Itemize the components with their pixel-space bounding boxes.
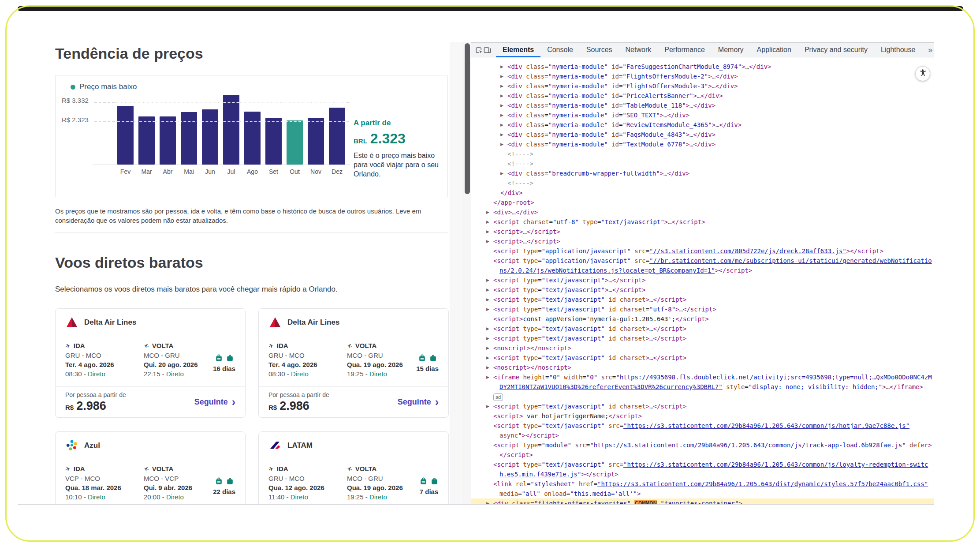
devtools-tree-row[interactable]: <script type="application/javascript" sr… (471, 256, 934, 266)
devtools-tree-row[interactable]: DY2MTI0NTZaW1VUQ10%3D%26refererEvent%3DV… (471, 382, 934, 392)
devtools-tree-row[interactable]: <!----> (471, 149, 934, 159)
devtools-tree-row[interactable]: ▶<div class="breadcrumb-wrapper-fullwidt… (471, 169, 934, 178)
expand-arrow-icon[interactable]: ▶ (486, 324, 489, 333)
inspect-element-icon[interactable] (475, 44, 483, 56)
devtools-tree-row[interactable]: ▶<div class="nymeria-module" id="FareSug… (471, 62, 934, 71)
tab-lighthouse[interactable]: Lighthouse (874, 43, 922, 57)
devtools-tree-row[interactable]: <link rel="stylesheet" href="https://s3.… (471, 479, 934, 489)
devtools-tree-row[interactable]: ▶<div class="flights-offers-favorites" C… (471, 498, 934, 504)
device-toolbar-icon[interactable] (483, 44, 492, 56)
devtools-tree-row[interactable]: ▶<script type="text/javascript">…</scrip… (471, 285, 934, 295)
devtools-tree-row[interactable]: </script> (471, 450, 934, 460)
more-tabs-icon[interactable]: » (922, 45, 934, 55)
devtools-tree-row[interactable]: ▶<script type="text/javascript" id chars… (471, 324, 934, 333)
devtools-tree-row[interactable]: <script type="text/javascript" src="http… (471, 460, 934, 469)
next-button[interactable]: Seguinte› (398, 397, 439, 408)
devtools-tree-row[interactable]: ▶<div>…</div> (471, 207, 934, 217)
devtools-tree-row[interactable]: media="all" onload="this.media='all'"> (471, 489, 934, 498)
devtools-tree-row[interactable]: <script> var hotjarTriggerName;</script> (471, 411, 934, 421)
expand-arrow-icon[interactable]: ▶ (486, 285, 489, 295)
expand-arrow-icon[interactable]: ▶ (500, 130, 503, 139)
expand-arrow-icon[interactable]: ▶ (500, 71, 503, 81)
devtools-tree-row[interactable]: ▶<div class="nymeria-module" id="Flights… (471, 81, 934, 91)
devtools-tree-row[interactable]: h.es5.min.f439e71e.js"></script> (471, 469, 934, 479)
expand-arrow-icon[interactable]: ▶ (486, 275, 489, 285)
code-token-l[interactable]: "https://s3.staticontent.com/29b84a96/1.… (597, 480, 928, 487)
devtools-tree-row[interactable]: <script type="module" src="https://s3.st… (471, 440, 934, 450)
code-token-l[interactable]: "https://4935698.fls.doubleclick.net/act… (616, 374, 932, 381)
devtools-tree-row[interactable]: async"></script> (471, 431, 934, 440)
tab-memory[interactable]: Memory (712, 43, 750, 57)
devtools-tree-row[interactable]: ▶<div class="nymeria-module" id="SEO_TEX… (471, 110, 934, 120)
expand-arrow-icon[interactable]: ▶ (486, 372, 489, 382)
expand-arrow-icon[interactable]: ▶ (486, 295, 489, 304)
devtools-tree-row[interactable]: ▶<div class="nymeria-module" id="TextMod… (471, 139, 934, 149)
code-token-l[interactable]: "//s3.staticontent.com/805d722e/js/dreck… (649, 247, 846, 255)
tab-elements[interactable]: Elements (496, 43, 540, 57)
devtools-tree-row[interactable]: </app-root> (471, 198, 934, 207)
expand-arrow-icon[interactable]: ▶ (486, 498, 489, 504)
expand-arrow-icon[interactable]: ▶ (500, 169, 503, 178)
code-token-l[interactable]: "https://s3.staticontent.com/29b84a96/1.… (623, 461, 928, 468)
expand-arrow-icon[interactable]: ▶ (486, 333, 489, 343)
expand-arrow-icon[interactable]: ▶ (500, 101, 503, 110)
devtools-tree-row[interactable]: ▶<iframe height="0" width="0" src="https… (471, 372, 934, 382)
devtools-tree-row[interactable]: ns/2.0.24/js/webNotifications.js?locale=… (471, 266, 934, 275)
code-token-l[interactable]: "//br.staticontent.com/me/subscriptions-… (649, 257, 932, 264)
code-token-l[interactable]: DY2MTI0NTZaW1VUQ10%3D%26refererEvent%3DV… (499, 383, 723, 390)
devtools-tree-row[interactable]: ▶<script type="text/javascript" id chars… (471, 353, 934, 363)
expand-arrow-icon[interactable]: ▶ (486, 236, 489, 246)
devtools-tree-row[interactable]: ▶<script>…</script> (471, 236, 934, 246)
devtools-tree-row[interactable]: ▶<script type="text/javascript">…</scrip… (471, 275, 934, 285)
devtools-tree-row[interactable]: ▶<div class="nymeria-module" id="FaqsMod… (471, 130, 934, 139)
devtools-tree-row[interactable]: ▶<script type="text/javascript" id chars… (471, 333, 934, 343)
tab-network[interactable]: Network (619, 43, 658, 57)
code-token-l[interactable]: "https://s3.staticontent.com/29b84a96/1.… (623, 422, 909, 429)
devtools-tree-row[interactable]: ▶<div class="nymeria-module" id="PriceAl… (471, 91, 934, 101)
tab-performance[interactable]: Performance (658, 43, 712, 57)
expand-arrow-icon[interactable]: ▶ (486, 363, 489, 372)
devtools-tree-row[interactable]: ▶<script type="text/javascript" id chars… (471, 401, 934, 411)
devtools-tree-row[interactable]: ▶<noscript></noscript> (471, 363, 934, 372)
tab-console[interactable]: Console (540, 43, 580, 57)
devtools-tree-row[interactable]: ▶<script type="text/javascript" id chars… (471, 304, 934, 314)
code-token-l[interactable]: "https://s3.staticontent.com/29b84a96/1.… (590, 442, 905, 449)
expand-arrow-icon[interactable]: ▶ (486, 401, 489, 411)
code-token-l[interactable]: ns/2.0.24/js/webNotifications.js?locale=… (499, 267, 715, 274)
expand-arrow-icon[interactable]: ▶ (500, 62, 503, 71)
tab-sources[interactable]: Sources (580, 43, 619, 57)
page-scrollbar[interactable] (463, 42, 471, 504)
devtools-tree-row[interactable]: <script>const appVersion='nymeria-gui:1.… (471, 314, 934, 324)
expand-arrow-icon[interactable]: ▶ (486, 227, 489, 236)
expand-arrow-icon[interactable]: ▶ (486, 217, 489, 227)
devtools-tree-row[interactable]: ▶<div class="nymeria-module" id="TableMo… (471, 101, 934, 110)
tab-application[interactable]: Application (750, 43, 798, 57)
expand-arrow-icon[interactable]: ▶ (500, 91, 503, 101)
devtools-tree-row[interactable]: ▶<script type="text/javascript" id chars… (471, 295, 934, 304)
devtools-tree-row[interactable]: ▶<script charset="utf-8" type="text/java… (471, 217, 934, 227)
code-token-l[interactable]: h.es5.min.f439e71e.js" (499, 471, 581, 478)
expand-arrow-icon[interactable]: ▶ (500, 81, 503, 91)
tab-privacy-and-security[interactable]: Privacy and security (798, 43, 874, 57)
expand-arrow-icon[interactable]: ▶ (500, 120, 503, 130)
devtools-tree-row[interactable]: ad (471, 392, 934, 401)
expand-arrow-icon[interactable]: ▶ (500, 110, 503, 120)
devtools-tree-row[interactable]: <!----> (471, 178, 934, 188)
page-scrollbar-thumb[interactable] (465, 43, 470, 194)
expand-arrow-icon[interactable]: ▶ (486, 304, 489, 314)
devtools-tree-row[interactable]: <script type="text/javascript" src="http… (471, 421, 934, 431)
devtools-tree-row[interactable]: <script type="application/javascript" sr… (471, 246, 934, 256)
devtools-tree-row[interactable]: ▶<noscript></noscript> (471, 343, 934, 353)
devtools-tree-row[interactable]: ▶<div class="nymeria-module" id="ReviewI… (471, 120, 934, 130)
devtools-tree-row[interactable]: </div> (471, 188, 934, 198)
next-button[interactable]: Seguinte› (194, 397, 235, 408)
devtools-tree-row[interactable]: ▶<div class="nymeria-module" id="Flights… (471, 71, 934, 81)
expand-arrow-icon[interactable]: ▶ (486, 207, 489, 217)
bar-Fev (117, 106, 134, 165)
expand-arrow-icon[interactable]: ▶ (486, 353, 489, 363)
devtools-tree-row[interactable]: <!----> (471, 159, 934, 169)
expand-arrow-icon[interactable]: ▶ (500, 139, 503, 149)
accessibility-widget-button[interactable] (915, 66, 930, 81)
expand-arrow-icon[interactable]: ▶ (486, 343, 489, 353)
devtools-tree-row[interactable]: ▶<script>…</script> (471, 227, 934, 236)
